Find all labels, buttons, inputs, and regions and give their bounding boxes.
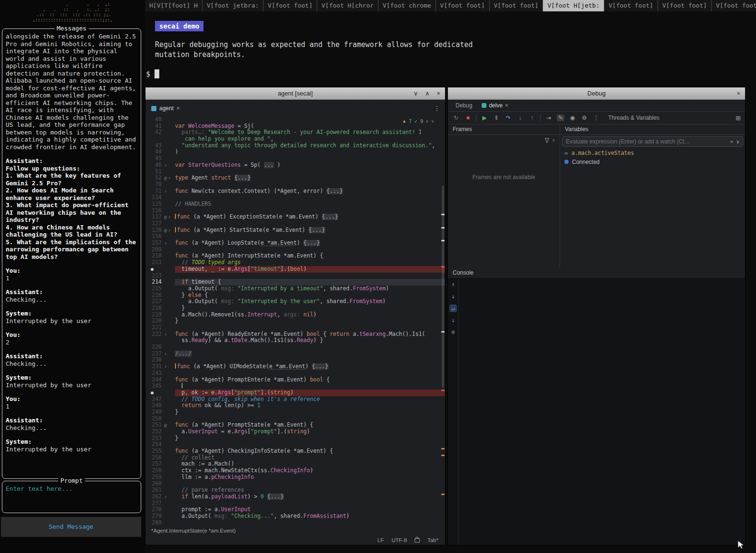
pause-icon[interactable]: ‖ [493, 114, 500, 121]
send-message-button[interactable]: Send Message [1, 517, 141, 537]
code-line[interactable]: 216 } else { [145, 292, 445, 299]
tab-close-icon[interactable]: × [505, 102, 508, 109]
code-line[interactable]: 117@›func (a *Agent) ExceptionState(e *a… [145, 214, 445, 220]
indent-indicator[interactable]: Tab* [427, 537, 438, 543]
evaluate-expression-icon[interactable]: ✎ [557, 114, 564, 121]
maximize-button[interactable]: ∧ [425, 90, 430, 97]
code-line[interactable]: 127 [145, 220, 445, 227]
code-line[interactable]: 42 parts…: "Welcome to Deep Research - y… [145, 129, 445, 136]
code-line[interactable]: 279 a.Output( msg: "Checking...", shared… [145, 513, 445, 520]
watch-row[interactable]: ∞ a.mach.activeStates [560, 148, 745, 157]
tab-close-icon[interactable]: × [176, 105, 180, 112]
code-line[interactable]: 278 prompt := a.UserInput [145, 506, 445, 513]
code-line[interactable]: 247 // TODO config, skip when it's a ref… [145, 396, 445, 403]
code-line[interactable]: 231›func (a *Agent) UIModeState(e *am.Ev… [145, 363, 445, 370]
code-line[interactable]: 45 [145, 155, 445, 162]
code-line[interactable]: 249} [145, 409, 445, 416]
code-line[interactable]: 259 llm := a.pCheckingInfo [145, 474, 445, 481]
fold-arrow-icon[interactable]: › [164, 162, 167, 169]
code-line[interactable]: 262› if len(a.payloadList) > 0 {...} [145, 494, 445, 500]
clear-console-icon[interactable]: ⊘ [449, 328, 457, 336]
code-line[interactable]: 243 [145, 370, 445, 377]
code-line[interactable]: 116 [145, 208, 445, 214]
code-line[interactable]: 221 [145, 324, 445, 331]
code-line[interactable]: 226 [145, 344, 445, 351]
code-line[interactable]: 214 if timeout { [145, 279, 445, 286]
tmux-window-tab[interactable]: V[foot foot] [604, 0, 658, 11]
code-line[interactable]: can help you explore and ", [145, 136, 445, 143]
code-line[interactable]: 260 [145, 481, 445, 487]
code-line[interactable]: 209 [145, 247, 445, 253]
code-line[interactable]: ● p, ok := e.Args["prompt"].(string) [145, 390, 445, 396]
resume-icon[interactable]: ▶ [481, 114, 488, 121]
code-line[interactable]: 215 a.Output( msg: "Interrupted by a tim… [145, 286, 445, 292]
stop-icon[interactable]: ■ [464, 114, 472, 121]
screenshot-icon[interactable]: ◉ [569, 114, 576, 121]
tmux-window-tab[interactable]: V[foot H[chror [317, 0, 378, 11]
fold-arrow-icon[interactable]: › [168, 227, 171, 234]
code-line[interactable]: 255func (a *Agent) CheckingInfoState(e *… [145, 448, 445, 455]
tmux-window-tab[interactable]: V[foot foot] [712, 0, 756, 11]
code-line[interactable]: 52@›type Agent struct {...} [145, 175, 445, 181]
step-into-icon[interactable]: ↓ [516, 114, 524, 121]
code-line[interactable]: 219 a.Mach().Remove1(ss.Interrupt, args:… [145, 312, 445, 318]
code-line[interactable]: 157›func (a *Agent) LoopState(e *am.Even… [145, 240, 445, 247]
code-line[interactable]: 261 // parse references [145, 487, 445, 494]
run-to-cursor-icon[interactable]: ⇥ [545, 114, 552, 121]
breakpoint-dot[interactable]: ● [145, 390, 163, 396]
filter-icon[interactable] [544, 138, 550, 143]
fold-arrow-icon[interactable]: › [168, 214, 171, 220]
tmux-window-tab[interactable]: V[foot chrome [378, 0, 436, 11]
code-line[interactable]: 277 [145, 500, 445, 507]
code-line[interactable]: 253} [145, 435, 445, 442]
tmux-window-tab[interactable]: V[foot jetbra: [203, 0, 264, 11]
shade-button[interactable]: ∨ [413, 90, 418, 97]
tab-agent[interactable]: agent × [145, 100, 185, 117]
tmux-window-tab[interactable]: H[V[T[foot] H [145, 0, 203, 11]
code-line[interactable]: 227›/.../ [145, 351, 445, 357]
editor-titlebar[interactable]: agent [secai] ∨∧× [145, 87, 445, 100]
code-line[interactable]: 213 [145, 273, 445, 279]
console-header[interactable]: Console [448, 267, 745, 278]
prompt-input[interactable]: Enter text here... [6, 485, 138, 492]
code-line[interactable]: 156 [145, 233, 445, 240]
fold-arrow-icon[interactable]: › [164, 188, 167, 195]
code-line[interactable]: 114 [145, 194, 445, 201]
code-line[interactable]: 258 ctx := mach.NewStateCtx(ss.CheckingI… [145, 467, 445, 474]
code-line[interactable]: 70 [145, 181, 445, 188]
console-output[interactable] [459, 278, 745, 545]
code-line[interactable]: 256 // collect [145, 455, 445, 461]
fold-arrow-icon[interactable]: › [164, 494, 167, 500]
fold-arrow-icon[interactable]: › [164, 363, 167, 370]
code-line[interactable]: 218 } [145, 305, 445, 312]
prev-issue-icon[interactable]: ∧ [426, 119, 429, 124]
tmux-window-tab[interactable]: V[foot foot] [436, 0, 490, 11]
close-button[interactable]: × [737, 90, 740, 97]
code-line[interactable]: 257 mach := a.Mach() [145, 461, 445, 467]
code-line[interactable]: ● timeout, _ := e.Args["timeout"].(bool) [145, 266, 445, 273]
scroll-to-top-icon[interactable]: ↑ [449, 281, 457, 288]
close-button[interactable]: × [436, 90, 440, 97]
fold-arrow-icon[interactable]: › [164, 240, 167, 247]
add-watch-icon[interactable]: + [730, 139, 734, 145]
code-line[interactable]: 244func (a *Agent) PromptEnter(e *am.Eve… [145, 377, 445, 383]
line-separator-indicator[interactable]: LF [378, 537, 384, 543]
thread-dropdown-icon[interactable]: ∨ [552, 138, 555, 143]
code-line[interactable]: 43 "understand any topic through detaile… [145, 143, 445, 149]
code-editor[interactable]: 4041var WelcomeMessage = Sj(42 parts…: "… [145, 116, 445, 526]
settings-icon[interactable]: ⚙ [581, 114, 588, 121]
tmux-window-tab[interactable]: V[foot foot] [490, 0, 543, 11]
code-line[interactable]: 245 [145, 383, 445, 390]
debug-titlebar[interactable]: Debug × [448, 87, 745, 100]
tmux-window-tab[interactable]: V[foot H[jetb: [543, 0, 604, 11]
code-line[interactable]: 115// HANDLERS [145, 201, 445, 208]
code-line[interactable]: 211 // TODO typed args [145, 259, 445, 266]
next-issue-icon[interactable]: ∨ [431, 119, 434, 124]
editor-more-icon[interactable]: ⋮ [434, 105, 440, 112]
inspections-widget[interactable]: ▲ 7 ✓ 9 ∧ ∨ [400, 118, 436, 124]
scroll-to-bottom-icon[interactable]: ↓ [449, 293, 457, 300]
code-line[interactable]: 222›func (a *Agent) ReadyEnter(e *am.Eve… [145, 331, 445, 338]
history-dropdown-icon[interactable]: ∨ [736, 139, 739, 145]
rerun-icon[interactable]: ↻ [452, 114, 460, 121]
code-line[interactable]: 217 a.Output( msg: "Interrupted by the u… [145, 298, 445, 305]
